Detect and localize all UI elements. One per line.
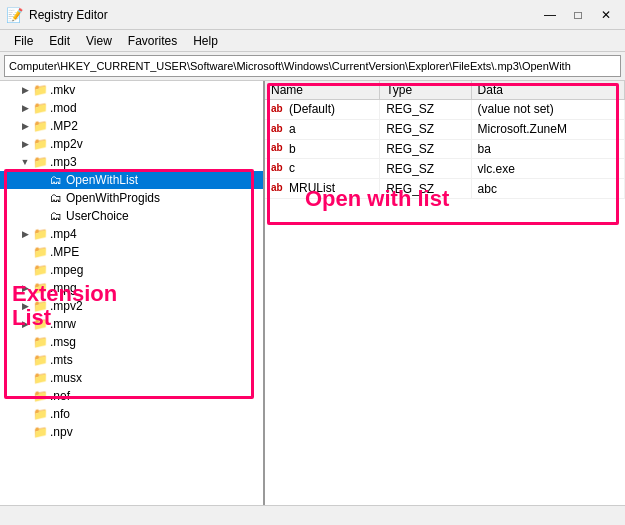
close-button[interactable]: ✕ [593, 4, 619, 26]
tree-item-label: .npv [50, 425, 73, 439]
title-bar-controls: — □ ✕ [537, 4, 619, 26]
menu-favorites[interactable]: Favorites [120, 32, 185, 50]
tree-item[interactable]: 🗂UserChoice [0, 207, 263, 225]
tree-item-label: .nef [50, 389, 70, 403]
tree-item[interactable]: 📁.npv [0, 423, 263, 441]
table-row[interactable]: abcREG_SZvlc.exe [265, 159, 625, 179]
app-icon: 📝 [6, 7, 23, 23]
folder-icon: 📁 [32, 281, 48, 295]
folder-icon: 📁 [32, 371, 48, 385]
folder-icon: 📁 [32, 353, 48, 367]
tree-item[interactable]: 📁.nef [0, 387, 263, 405]
reg-data: (value not set) [471, 100, 624, 120]
reg-type-icon: ab [271, 182, 287, 196]
folder-icon: 🗂 [48, 209, 64, 223]
reg-type-icon: ab [271, 123, 287, 137]
tree-toggle-icon [18, 407, 32, 421]
address-bar[interactable]: Computer\HKEY_CURRENT_USER\Software\Micr… [4, 55, 621, 77]
menu-view[interactable]: View [78, 32, 120, 50]
reg-data: Microsoft.ZuneM [471, 119, 624, 139]
tree-toggle-icon[interactable]: ▶ [18, 119, 32, 133]
tree-toggle-icon[interactable]: ▶ [18, 83, 32, 97]
tree-item[interactable]: ▼📁.mp3 [0, 153, 263, 171]
folder-icon: 🗂 [48, 191, 64, 205]
maximize-button[interactable]: □ [565, 4, 591, 26]
tree-toggle-icon[interactable]: ▼ [18, 155, 32, 169]
tree-toggle-icon[interactable]: ▶ [18, 317, 32, 331]
tree-toggle-icon[interactable]: ▶ [18, 137, 32, 151]
menu-edit[interactable]: Edit [41, 32, 78, 50]
menu-help[interactable]: Help [185, 32, 226, 50]
tree-item-label: .mts [50, 353, 73, 367]
tree-pane[interactable]: ▶📁.mkv▶📁.mod▶📁.MP2▶📁.mp2v▼📁.mp3 🗂OpenWit… [0, 81, 265, 505]
folder-icon: 📁 [32, 335, 48, 349]
reg-type: REG_SZ [380, 159, 471, 179]
tree-item-label: .mpeg [50, 263, 83, 277]
tree-item[interactable]: 📁.MPE [0, 243, 263, 261]
folder-icon: 📁 [32, 389, 48, 403]
folder-icon: 📁 [32, 119, 48, 133]
folder-icon: 📁 [32, 155, 48, 169]
folder-icon: 📁 [32, 245, 48, 259]
table-row[interactable]: abMRUListREG_SZabc [265, 179, 625, 199]
folder-icon: 📁 [32, 83, 48, 97]
reg-name: abc [265, 159, 380, 179]
tree-item[interactable]: ▶📁.mpv2 [0, 297, 263, 315]
tree-item[interactable]: 📁.musx [0, 369, 263, 387]
right-pane[interactable]: Name Type Data ab(Default)REG_SZ(value n… [265, 81, 625, 505]
tree-item[interactable]: 📁.msg [0, 333, 263, 351]
menu-file[interactable]: File [6, 32, 41, 50]
reg-type: REG_SZ [380, 100, 471, 120]
tree-item-label: .mp4 [50, 227, 77, 241]
tree-item[interactable]: 🗂OpenWithProgids [0, 189, 263, 207]
reg-type: REG_SZ [380, 139, 471, 159]
tree-item-label: .msg [50, 335, 76, 349]
table-row[interactable]: ab(Default)REG_SZ(value not set) [265, 100, 625, 120]
tree-item-label: OpenWithProgids [66, 191, 160, 205]
col-data[interactable]: Data [471, 81, 624, 100]
tree-item[interactable]: ▶📁.mpg [0, 279, 263, 297]
registry-rows: ab(Default)REG_SZ(value not set)abaREG_S… [265, 100, 625, 199]
tree-item-label: .mp3 [50, 155, 77, 169]
tree-toggle-icon [18, 263, 32, 277]
tree-item-label: OpenWithList [66, 173, 138, 187]
folder-icon: 📁 [32, 137, 48, 151]
minimize-button[interactable]: — [537, 4, 563, 26]
tree-toggle-icon[interactable]: ▶ [18, 227, 32, 241]
tree-toggle-icon [18, 389, 32, 403]
tree-toggle-icon[interactable]: ▶ [18, 101, 32, 115]
reg-type: REG_SZ [380, 179, 471, 199]
table-row[interactable]: abbREG_SZba [265, 139, 625, 159]
reg-data: abc [471, 179, 624, 199]
tree-item[interactable]: ▶📁.mkv [0, 81, 263, 99]
tree-item-label: .MP2 [50, 119, 78, 133]
tree-item[interactable]: 📁.nfo [0, 405, 263, 423]
tree-item[interactable]: ▶📁.mod [0, 99, 263, 117]
registry-table: Name Type Data ab(Default)REG_SZ(value n… [265, 81, 625, 199]
tree-item-label: .mp2v [50, 137, 83, 151]
reg-name: ab(Default) [265, 100, 380, 120]
reg-data: vlc.exe [471, 159, 624, 179]
tree-toggle-icon [34, 191, 48, 205]
tree-item[interactable]: ▶📁.mp4 [0, 225, 263, 243]
tree-container: ▶📁.mkv▶📁.mod▶📁.MP2▶📁.mp2v▼📁.mp3 🗂OpenWit… [0, 81, 263, 441]
tree-toggle-icon [34, 209, 48, 223]
col-type[interactable]: Type [380, 81, 471, 100]
tree-item[interactable]: ▶📁.mrw [0, 315, 263, 333]
tree-item[interactable]: ▶📁.MP2 [0, 117, 263, 135]
status-bar [0, 505, 625, 525]
tree-toggle-icon[interactable]: ▶ [18, 281, 32, 295]
tree-toggle-icon[interactable]: ▶ [18, 299, 32, 313]
tree-toggle-icon [18, 371, 32, 385]
reg-type-icon: ab [271, 142, 287, 156]
tree-toggle-icon [18, 245, 32, 259]
tree-item[interactable]: ▶📁.mp2v [0, 135, 263, 153]
tree-item[interactable]: 🗂OpenWithList [0, 171, 263, 189]
tree-item-label: .mpg [50, 281, 77, 295]
tree-item[interactable]: 📁.mts [0, 351, 263, 369]
tree-item-label: .musx [50, 371, 82, 385]
main-content: ▶📁.mkv▶📁.mod▶📁.MP2▶📁.mp2v▼📁.mp3 🗂OpenWit… [0, 80, 625, 505]
col-name[interactable]: Name [265, 81, 380, 100]
tree-item[interactable]: 📁.mpeg [0, 261, 263, 279]
table-row[interactable]: abaREG_SZMicrosoft.ZuneM [265, 119, 625, 139]
